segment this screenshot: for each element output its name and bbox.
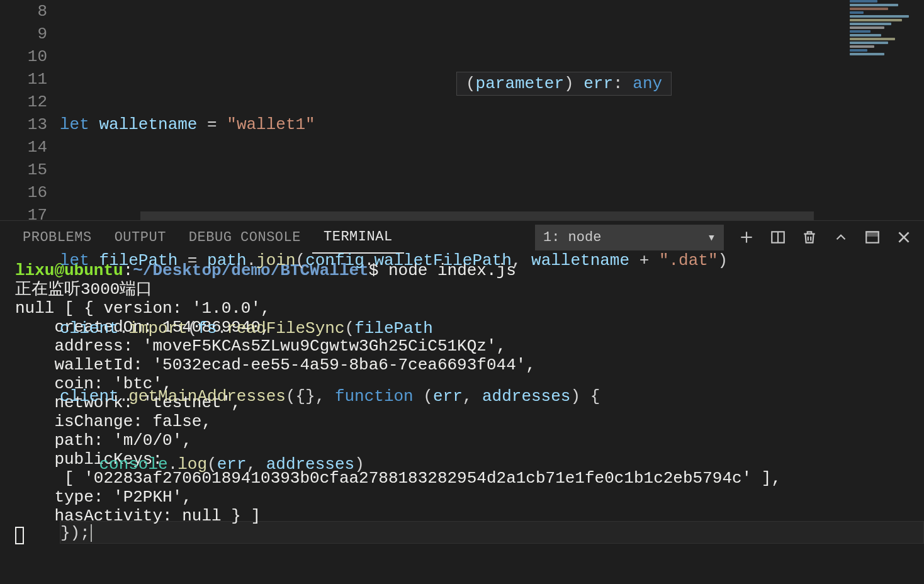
line-number: 8 (0, 0, 47, 23)
line-number: 9 (0, 23, 47, 45)
horizontal-scrollbar[interactable] (140, 211, 814, 220)
text-cursor (91, 524, 92, 542)
hover-tooltip: (parameter) err: any (456, 72, 672, 96)
minimap[interactable] (845, 0, 924, 220)
line-number: 15 (0, 159, 47, 181)
line-number: 16 (0, 181, 47, 204)
line-number: 14 (0, 136, 47, 159)
line-number: 17 (0, 204, 47, 227)
editor-area: 8 9 10 11 12 13 14 15 16 17 let walletna… (0, 0, 924, 220)
terminal-cursor (15, 527, 24, 544)
line-number: 10 (0, 45, 47, 68)
code-content[interactable]: let walletname = "wallet1" let filePath … (60, 0, 924, 220)
line-number: 13 (0, 113, 47, 136)
line-number: 12 (0, 91, 47, 113)
line-number: 11 (0, 68, 47, 91)
line-number-gutter: 8 9 10 11 12 13 14 15 16 17 (0, 0, 60, 220)
